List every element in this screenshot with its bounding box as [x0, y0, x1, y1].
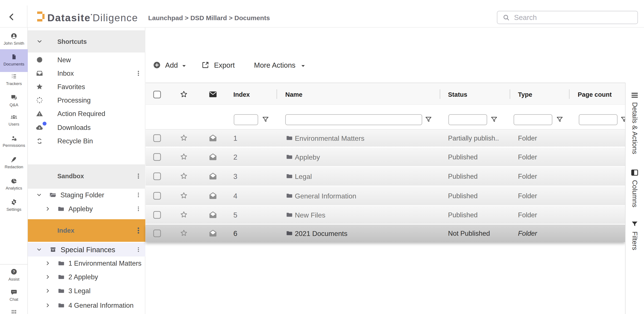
svg-text:?: ?: [13, 270, 15, 274]
